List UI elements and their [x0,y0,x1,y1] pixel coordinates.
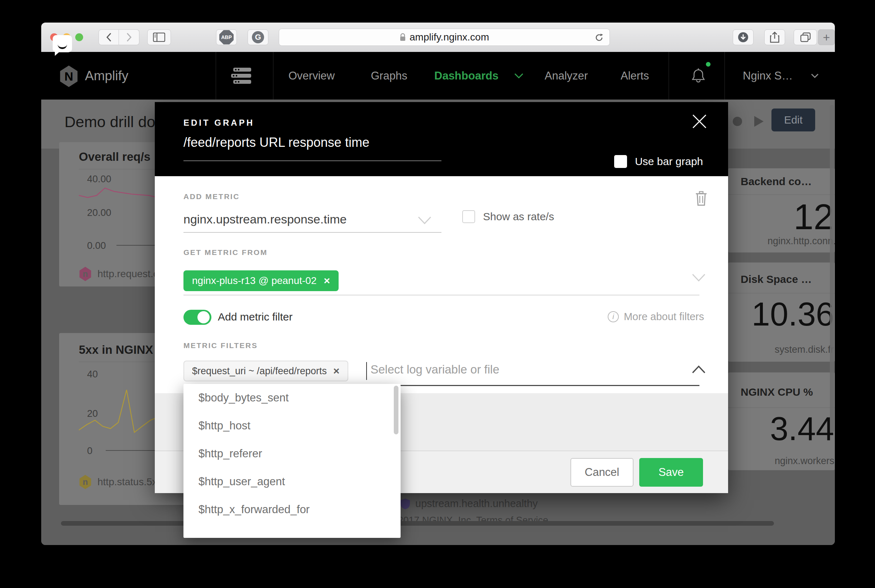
nav-divider [725,52,725,99]
browser-titlebar: ABP G amplify.nginx.com [41,22,835,52]
share-button[interactable] [764,29,785,45]
server-list-icon [231,68,253,84]
dropdown-item[interactable]: $body_bytes_sent [183,384,401,412]
amplify-navbar: N Amplify Overview Graphs Dashboards [41,52,835,99]
card-title: Disk Space … [741,273,812,285]
lock-icon [400,33,406,42]
save-button[interactable]: Save [639,458,703,487]
dropdown-item[interactable]: $http_referer [183,440,401,468]
show-as-rate-checkbox[interactable] [462,210,475,223]
bell-icon [690,68,706,85]
add-metric-filter-label: Add metric filter [218,311,292,323]
close-icon[interactable] [692,114,707,129]
nav-item-overview[interactable]: Overview [289,52,335,99]
horizontal-scrollbar[interactable] [61,521,774,526]
input-underline [183,160,442,161]
cancel-button[interactable]: Cancel [570,458,633,487]
legend-label: http.status.5xx [98,476,162,488]
sidebar-card-cpu: NGINX CPU % 3.44 nginx.workers.cpu [728,372,835,470]
shield-icon [400,498,410,510]
card-title: NGINX CPU % [741,386,813,398]
source-tag: nginx-plus-r13 @ peanut-02 × [183,270,338,291]
forward-button[interactable] [119,29,139,45]
nav-item-analyzer[interactable]: Analyzer [545,52,588,99]
add-metric-filter-toggle[interactable] [183,310,211,325]
desktop: ABP G amplify.nginx.com [0,0,875,588]
abp-icon: ABP [219,30,234,44]
grammarly-extension-button[interactable]: G [248,29,268,45]
sidebar-icon [153,33,165,42]
input-underline [183,232,442,233]
notification-dot [706,62,711,67]
toggle-knob [197,311,210,323]
filter-input-placeholder[interactable]: Select log variable or file [370,363,499,376]
metric-select-value[interactable]: nginx.upstream.response.time [183,212,346,226]
modal-header: EDIT GRAPH /feed/reports URL response ti… [155,102,728,176]
card-caption: nginx.http.conn.a [768,236,835,247]
filter-chevron-up-icon[interactable] [692,365,706,374]
notifications-button[interactable] [690,68,706,86]
more-about-filters-link[interactable]: i More about filters [608,311,704,322]
account-menu[interactable]: Nginx S… [743,52,793,99]
systems-button[interactable] [231,68,253,86]
card-value: 12 [794,196,833,237]
info-icon: i [608,311,619,322]
browser-window: ABP G amplify.nginx.com [41,22,835,545]
sidebar-card-disk: Disk Space … 10.36 system.disk.fr [728,262,835,362]
sidebar-toggle-button[interactable] [147,29,171,45]
nav-divider [669,52,669,99]
chat-bubble-icon [53,35,72,52]
log-variable-dropdown: $body_bytes_sent $http_host $http_refere… [183,384,401,538]
reload-icon[interactable] [594,33,604,42]
vertical-scrollbar[interactable] [830,105,834,433]
card-caption: nginx.workers.cpu [775,456,835,466]
use-bar-graph-checkbox[interactable] [614,155,627,168]
dropdown-scrollbar[interactable] [394,386,398,434]
legend-upstream-health: upstream.health.unhealthy [400,498,538,510]
remove-source-icon[interactable]: × [324,275,330,286]
download-icon [737,32,749,43]
back-button[interactable] [99,29,119,45]
text-cursor [366,362,367,380]
play-icon[interactable] [754,116,764,127]
nav-item-alerts[interactable]: Alerts [621,52,649,99]
dropdown-item[interactable]: $http_host [183,412,401,440]
dropdown-item[interactable]: $http_user_agent [183,468,401,496]
remove-filter-icon[interactable]: × [333,366,340,376]
new-tab-button[interactable]: + [818,29,835,45]
brand-name[interactable]: Amplify [85,52,128,99]
nav-item-dashboards[interactable]: Dashboards [434,52,498,99]
tabs-icon [800,32,811,42]
nginx-logo-icon[interactable]: N [59,66,78,87]
share-icon [770,32,779,43]
source-chevron-down-icon[interactable] [692,273,706,282]
graph-name-input[interactable]: /feed/reports URL response time [183,135,370,150]
show-as-rate-label: Show as rate/s [483,211,554,223]
trash-icon[interactable] [695,191,707,206]
dashboards-chevron-down-icon[interactable] [514,73,523,79]
dropdown-item[interactable]: $http_x_forwarded_for [183,496,401,524]
record-icon[interactable] [733,117,742,126]
metric-filters-label: METRIC FILTERS [183,341,258,350]
nav-divider [273,52,274,99]
downloads-button[interactable] [733,29,753,45]
filter-tag: $request_uri ~ /api/feed/reports × [183,361,348,381]
zoom-window-button[interactable] [75,33,83,41]
chat-smile [58,42,67,49]
sidebar-card-backend: Backend co… 12 nginx.http.conn.a [728,168,835,252]
use-bar-graph-label: Use bar graph [635,155,703,168]
adblock-extension-button[interactable]: ABP [216,29,237,45]
modal-title: EDIT GRAPH [183,118,254,128]
nginx-metric-icon: n [79,267,92,281]
nav-item-graphs[interactable]: Graphs [371,52,407,99]
account-chevron-down-icon[interactable] [811,74,819,78]
nav-divider [216,52,216,99]
input-underline [183,295,699,296]
tab-overview-button[interactable] [794,29,817,45]
chart-title: Overall req/s [79,150,150,164]
metric-chevron-down-icon[interactable] [418,216,432,225]
card-value: 10.36 [752,296,834,333]
dashboard-edit-button[interactable]: Edit [771,108,815,131]
url-text: amplify.nginx.com [410,32,489,43]
address-bar[interactable]: amplify.nginx.com [279,28,610,46]
